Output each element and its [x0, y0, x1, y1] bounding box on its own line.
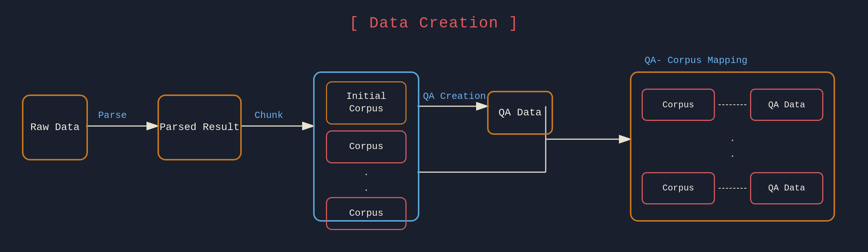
qa-creation-label: QA Creation [423, 91, 486, 102]
qa-corpus-mapping-box: Corpus QA Data .. Corpus QA Data [630, 71, 835, 222]
dash-line-top [719, 104, 746, 105]
corpus-middle-box: Corpus [326, 130, 407, 163]
parsed-result-box: Parsed Result [157, 94, 242, 160]
qa-data-box: QA Data [487, 91, 553, 135]
chunk-label: Chunk [255, 110, 283, 121]
mapping-dots: .. [642, 131, 823, 162]
mapping-row-top: Corpus QA Data [642, 89, 823, 121]
corpus-qa-bot-right: QA Data [750, 172, 823, 204]
diagram-container: [ Data Creation ] Raw Data Parse Parsed … [0, 0, 868, 252]
corpus-qa-top-left: Corpus [642, 89, 715, 121]
corpus-group-container: Initial Corpus Corpus .. Corpus [313, 71, 419, 222]
raw-data-box: Raw Data [22, 94, 88, 160]
mapping-title: QA- Corpus Mapping [645, 55, 748, 66]
initial-corpus-box: Initial Corpus [326, 81, 407, 125]
corpus-bottom-box: Corpus [326, 197, 407, 230]
mapping-row-bottom: Corpus QA Data [642, 172, 823, 204]
parse-label: Parse [98, 110, 127, 121]
corpus-qa-top-right: QA Data [750, 89, 823, 121]
page-title: [ Data Creation ] [349, 15, 519, 32]
corpus-dots: .. [326, 165, 407, 196]
dash-line-bottom [719, 188, 746, 189]
corpus-qa-bot-left: Corpus [642, 172, 715, 204]
